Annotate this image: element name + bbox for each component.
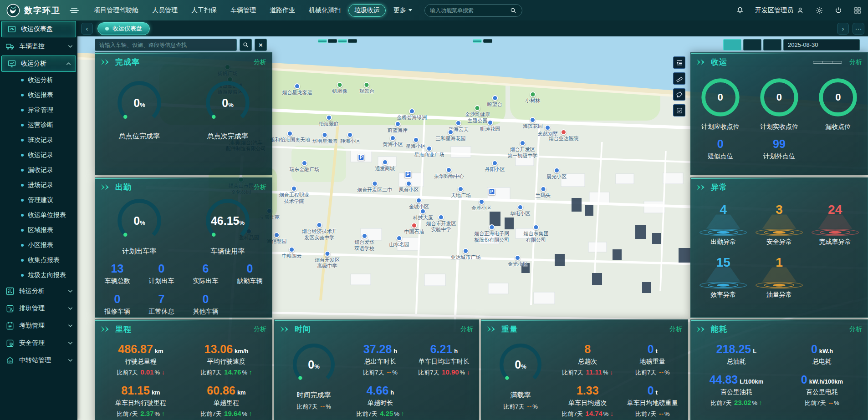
sidebar-item[interactable]: 转运分析 [0, 283, 77, 300]
map-poi[interactable]: 黄海小区 [383, 135, 403, 148]
sidebar-sub-item[interactable]: 管理建议 [0, 192, 77, 207]
sidebar-sub-item[interactable]: 漏收记录 [0, 162, 77, 177]
map-poi[interactable]: 兰码头 [536, 186, 551, 199]
sidebar-item[interactable]: 收运分析 [1, 56, 76, 72]
sidebar-item[interactable]: 中转站管理 [0, 352, 77, 369]
map-poi[interactable]: 听涛花园 [480, 120, 500, 132]
sidebar-sub-item[interactable]: 收运分析 [0, 72, 77, 87]
map-poi[interactable]: 华明星海湾 [312, 132, 337, 145]
sidebar-item[interactable]: 考勤管理 [0, 317, 77, 334]
attendance-analysis-link[interactable]: 分析 [254, 183, 266, 192]
map-poi[interactable]: 观景台 [359, 82, 374, 95]
map-poi[interactable]: P [488, 188, 495, 196]
sidebar-sub-item[interactable]: 收运记录 [0, 147, 77, 162]
sidebar-sub-item[interactable]: 收运报表 [0, 87, 77, 102]
map-poi[interactable]: 小树林 [525, 91, 540, 104]
collection-tab[interactable] [822, 61, 832, 63]
map-search-input[interactable] [99, 42, 232, 48]
map-search-clear-button[interactable]: × [255, 39, 267, 51]
map-poi[interactable]: 烟台星龙客运 [282, 83, 312, 96]
map-poi[interactable]: 业达城市广场 [450, 248, 480, 261]
topbar-nav-item[interactable]: 更多 [388, 4, 418, 17]
map-layer-toggle[interactable] [328, 39, 337, 43]
map-poi[interactable]: 丹阳小区 [485, 160, 505, 173]
map-layer-toggle[interactable] [338, 39, 347, 43]
map-search[interactable] [95, 39, 237, 51]
layer-list-icon[interactable] [673, 56, 685, 69]
topbar-nav-item[interactable]: 车辆管理 [225, 4, 262, 17]
map-poi[interactable]: 帆雕像 [332, 82, 347, 95]
map-poi[interactable]: 烟台开发区二中 [357, 181, 392, 193]
map-poi[interactable]: 银和怡海国奥天地 [270, 131, 310, 143]
topbar-nav-item[interactable]: 项目管理驾驶舱 [88, 4, 144, 17]
map-poi[interactable]: 天地广场 [451, 186, 471, 199]
map-layer-toggle[interactable] [318, 39, 327, 43]
menu-search[interactable] [424, 4, 522, 17]
date-quick-button[interactable] [763, 39, 781, 51]
tab-more-button[interactable]: ··· [853, 23, 864, 35]
map-mode-toggle[interactable] [483, 39, 492, 43]
date-input[interactable] [788, 41, 868, 48]
map-poi[interactable]: 瑞东金融广场 [289, 160, 319, 173]
map-poi[interactable]: P [404, 171, 411, 178]
gear-icon[interactable] [815, 6, 823, 15]
sidebar-sub-item[interactable]: 进场记录 [0, 177, 77, 192]
weight-analysis-link[interactable]: 分析 [669, 325, 682, 334]
map-poi[interactable]: 蔚蓝海岸 [388, 121, 408, 134]
map-poi[interactable]: 烟台经济技术开 发区实验中学 [302, 222, 337, 241]
map-mode-toggle[interactable] [473, 39, 482, 43]
topbar-nav-item[interactable]: 人员管理 [146, 4, 184, 17]
bell-icon[interactable] [736, 6, 744, 15]
sidebar-sub-item[interactable]: 小区报表 [0, 238, 77, 253]
time-analysis-link[interactable]: 分析 [460, 325, 473, 334]
sidebar-sub-item[interactable]: 垃圾去向报表 [0, 268, 77, 283]
collection-analysis-link[interactable]: 分析 [849, 58, 862, 66]
tab-forward-button[interactable]: › [837, 23, 849, 35]
tab-back-button[interactable]: ‹ [81, 23, 93, 35]
user-menu[interactable]: 开发区管理员 [755, 6, 804, 15]
map-poi[interactable]: 烟台正海电子网 板股份有限公司 [474, 224, 509, 243]
map-poi[interactable]: 烟台开发区 第一初级中学 [507, 140, 537, 159]
sidebar-item[interactable]: 车辆监控 [0, 38, 77, 55]
map-poi[interactable]: 金胜小区 [471, 199, 491, 212]
map-poi[interactable]: 烟台工程职业 技术学院 [279, 186, 309, 205]
sidebar-sub-item[interactable]: 收集点报表 [0, 253, 77, 268]
sidebar-sub-item[interactable]: 区域报表 [0, 223, 77, 238]
collection-tab[interactable] [813, 61, 822, 63]
map-poi[interactable]: 华电小区 [510, 204, 530, 217]
topbar-nav-item[interactable]: 机械化清扫 [303, 4, 347, 17]
map-poi[interactable]: 振华购物中心 [434, 167, 464, 180]
map-poi[interactable]: 金桥碧海绿洲 [397, 108, 427, 121]
map-poi[interactable]: 凤台小区 [398, 181, 419, 193]
search-icon[interactable] [510, 7, 517, 14]
map-search-button[interactable] [240, 39, 252, 51]
map-poi[interactable]: 三和星海花园 [435, 129, 465, 142]
sidebar-sub-item[interactable]: 异常管理 [0, 102, 77, 117]
map-poi[interactable]: 念慈别墅 [538, 125, 558, 137]
active-tab[interactable]: 收运仪表盘 [97, 22, 150, 35]
checkbox-icon[interactable] [673, 104, 685, 116]
map-poi[interactable]: 山水名园 [389, 235, 409, 248]
energy-analysis-link[interactable]: 分析 [849, 325, 862, 334]
map-poi[interactable]: 中国石油 [404, 223, 424, 235]
menu-search-input[interactable] [430, 7, 506, 14]
map-poi[interactable]: 中粮朗云 [281, 247, 301, 259]
map-poi[interactable]: 烟台开发区 高级中学 [315, 251, 340, 270]
date-quick-button[interactable] [743, 39, 761, 51]
sidebar-sub-item[interactable]: 收运单位报表 [0, 207, 77, 223]
map-poi[interactable]: 通发商城 [375, 159, 395, 172]
sidebar-item[interactable]: 排班管理 [0, 300, 77, 317]
date-field[interactable] [783, 39, 860, 51]
topbar-nav-item[interactable]: 人工扫保 [185, 4, 223, 17]
map-poi[interactable]: 烟台东集团 有限公司 [523, 224, 548, 243]
map-layer-toggle[interactable] [348, 39, 357, 43]
map-poi[interactable]: 金光小区 [508, 255, 528, 268]
map-poi[interactable]: 怡海翠庭 [319, 115, 339, 127]
sidebar-item[interactable]: 安全管理 [0, 334, 77, 352]
topbar-nav-item[interactable]: 道路作业 [264, 4, 301, 17]
map-poi[interactable]: 晨光小区 [546, 167, 567, 180]
apps-grid-icon[interactable] [853, 6, 862, 15]
map-poi[interactable]: 星海商业广场 [414, 146, 444, 158]
power-icon[interactable] [834, 6, 842, 15]
sidebar-item[interactable]: 收运仪表盘 [1, 21, 76, 37]
